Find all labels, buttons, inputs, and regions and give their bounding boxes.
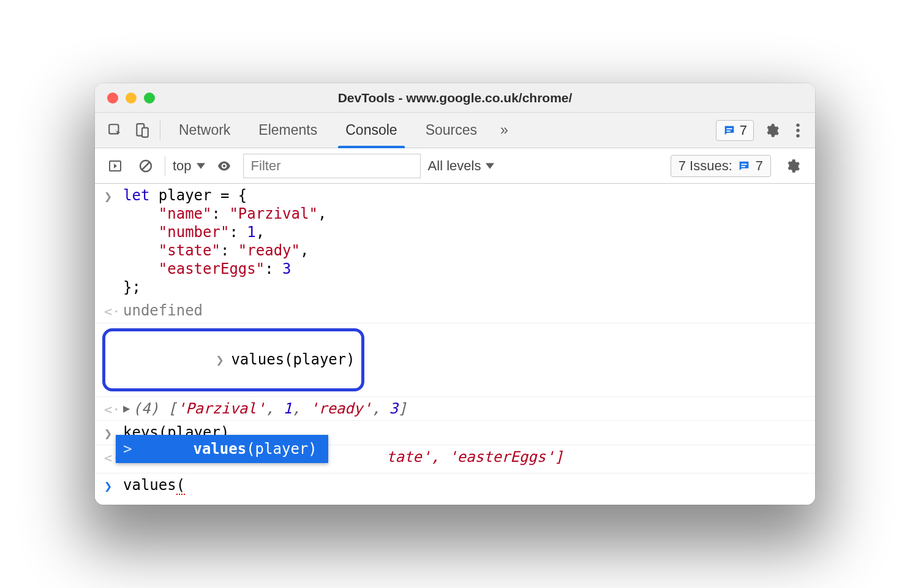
svg-rect-12 xyxy=(741,166,745,167)
toggle-sidebar-icon[interactable] xyxy=(103,154,127,178)
separator xyxy=(165,156,165,176)
svg-rect-11 xyxy=(741,164,746,165)
dropdown-icon xyxy=(197,163,205,169)
console-output-row[interactable]: <· ▶(4) ['Parzival', 1, 'ready', 3] xyxy=(95,397,815,421)
svg-point-5 xyxy=(796,123,799,126)
console-output[interactable]: ❯ let player = { "name": "Parzival", "nu… xyxy=(95,184,815,505)
suggestion-match: values xyxy=(193,440,246,458)
more-options-button[interactable] xyxy=(789,123,807,138)
console-input-row[interactable]: ❯values(player) xyxy=(95,323,815,397)
svg-rect-4 xyxy=(726,130,730,132)
issues-label: 7 Issues: xyxy=(679,158,732,174)
console-output-row: <· undefined xyxy=(95,299,815,323)
tab-console[interactable]: Console xyxy=(333,113,409,148)
log-levels-selector[interactable]: All levels xyxy=(428,158,495,174)
tab-sources[interactable]: Sources xyxy=(413,113,489,148)
suggestion-rest: (player) xyxy=(246,440,317,458)
output-prompt-icon: <· xyxy=(102,399,123,418)
dropdown-icon xyxy=(486,163,494,169)
settings-button[interactable] xyxy=(758,123,786,138)
context-selector[interactable]: top xyxy=(173,158,205,174)
devtools-window: DevTools - www.google.co.uk/chrome/ Netw… xyxy=(95,83,815,505)
input-prompt-icon: ❯ xyxy=(102,476,123,495)
issues-button[interactable]: 7 Issues: 7 xyxy=(671,155,771,177)
maximize-window-button[interactable] xyxy=(144,92,155,104)
tabs-overflow-button[interactable]: » xyxy=(493,113,516,148)
output-value: undefined xyxy=(123,301,808,320)
svg-line-10 xyxy=(142,162,149,170)
context-label: top xyxy=(173,158,192,174)
console-code: let player = { "name": "Parzival", "numb… xyxy=(123,186,808,296)
console-settings-button[interactable] xyxy=(778,158,807,174)
minimize-window-button[interactable] xyxy=(126,92,137,104)
clear-console-icon[interactable] xyxy=(134,154,157,178)
tab-network[interactable]: Network xyxy=(167,113,243,148)
output-prompt-icon: <· xyxy=(102,301,123,320)
separator xyxy=(160,121,160,140)
tab-elements[interactable]: Elements xyxy=(246,113,329,148)
inspect-element-icon[interactable] xyxy=(103,119,127,142)
traffic-lights xyxy=(107,92,155,104)
output-value: ▶(4) ['Parzival', 1, 'ready', 3] xyxy=(123,399,808,418)
console-live-input[interactable]: values( xyxy=(123,476,808,495)
svg-rect-3 xyxy=(726,128,732,129)
filter-input[interactable] xyxy=(243,154,421,178)
svg-point-7 xyxy=(796,134,799,137)
svg-point-6 xyxy=(796,129,799,132)
disclosure-triangle-icon[interactable]: ▶ xyxy=(123,401,130,416)
console-toolbar: top All levels 7 Issues: 7 xyxy=(95,148,815,184)
device-toolbar-icon[interactable] xyxy=(130,119,154,142)
input-prompt-icon: ❯ xyxy=(214,350,231,369)
message-icon xyxy=(737,159,751,173)
message-count: 7 xyxy=(740,123,747,138)
console-live-input-row[interactable]: ❯ values( xyxy=(95,473,815,497)
live-expression-icon[interactable] xyxy=(212,154,236,178)
console-output-row[interactable]: <· tate', 'easterEggs'] >values(player) xyxy=(95,445,815,473)
window-title: DevTools - www.google.co.uk/chrome/ xyxy=(95,91,815,105)
suggestion-prompt: > xyxy=(123,440,132,458)
devtools-tabbar: Network Elements Console Sources » 7 xyxy=(95,113,815,148)
issues-count: 7 xyxy=(756,158,763,174)
svg-rect-2 xyxy=(142,127,148,137)
message-icon xyxy=(723,124,736,137)
window-titlebar: DevTools - www.google.co.uk/chrome/ xyxy=(95,83,815,113)
levels-label: All levels xyxy=(428,158,481,174)
syntax-error-underline: ( xyxy=(176,477,185,495)
highlight-annotation: ❯values(player) xyxy=(102,328,364,391)
console-messages-button[interactable]: 7 xyxy=(716,120,754,141)
console-input-row[interactable]: ❯ let player = { "name": "Parzival", "nu… xyxy=(95,184,815,299)
close-window-button[interactable] xyxy=(107,92,118,104)
console-code: values(player) xyxy=(231,351,355,368)
autocomplete-suggestion[interactable]: >values(player) xyxy=(116,435,328,463)
input-prompt-icon: ❯ xyxy=(102,186,123,296)
